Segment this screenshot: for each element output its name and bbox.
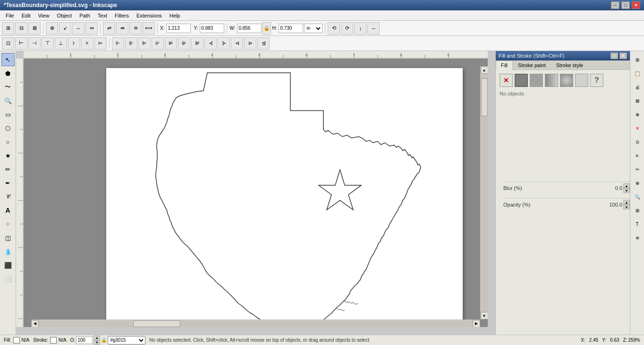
- transform-btn-3[interactable]: ↕: [354, 22, 366, 34]
- scroll-up-arrow[interactable]: ▲: [481, 66, 488, 74]
- menu-text[interactable]: Text: [94, 12, 111, 19]
- scroll-left-arrow[interactable]: ◀: [31, 320, 39, 328]
- paint-flat-btn[interactable]: [515, 74, 528, 87]
- far-right-btn-5[interactable]: ⊕: [631, 108, 644, 121]
- opacity-down-btn[interactable]: ▼: [623, 205, 630, 209]
- transform-btn-4[interactable]: ↔: [367, 22, 380, 34]
- close-button[interactable]: ✕: [632, 1, 640, 9]
- minimize-button[interactable]: ─: [611, 1, 619, 9]
- scroll-thumb-horizontal[interactable]: [133, 320, 180, 327]
- canvas-container[interactable]: 1 2 3 4 5 6 7 8 9: [16, 51, 495, 335]
- scroll-track-vertical[interactable]: [481, 74, 488, 312]
- menu-help[interactable]: Help: [166, 12, 184, 19]
- menu-file[interactable]: File: [2, 12, 18, 19]
- far-right-btn-6[interactable]: ✕: [631, 121, 644, 135]
- rect-tool-btn[interactable]: ▭: [1, 108, 15, 121]
- scroll-right-arrow[interactable]: ▶: [473, 320, 480, 328]
- tb2-btn-17[interactable]: ⊱: [218, 37, 230, 50]
- tb2-btn-12[interactable]: ⊬: [152, 37, 164, 50]
- tweak-tool-btn[interactable]: 〜: [1, 80, 15, 94]
- tb2-btn-8[interactable]: ⊨: [94, 37, 107, 50]
- tb2-btn-2[interactable]: ⊢: [15, 37, 27, 50]
- pencil-tool-btn[interactable]: ✏: [1, 163, 15, 176]
- paint-radial-btn[interactable]: [560, 74, 573, 87]
- snap-btn-8[interactable]: ⇌: [103, 22, 115, 34]
- snap-btn-3[interactable]: ⊠: [28, 22, 41, 34]
- paint-flat2-btn[interactable]: [530, 74, 543, 87]
- transform-btn-1[interactable]: ⟲: [328, 22, 340, 34]
- maximize-button[interactable]: □: [621, 1, 630, 9]
- tab-stroke-style[interactable]: Stroke style: [551, 60, 588, 69]
- blur-up-btn[interactable]: ▲: [623, 183, 630, 188]
- tb2-btn-14[interactable]: ⊮: [178, 37, 190, 50]
- tab-stroke-paint[interactable]: Stroke paint: [513, 60, 551, 69]
- status-opacity-down[interactable]: ▼: [93, 340, 100, 345]
- tb2-btn-5[interactable]: ⊥: [55, 37, 67, 50]
- far-right-btn-4[interactable]: ⊠: [631, 94, 644, 107]
- paint-pattern-btn[interactable]: [575, 74, 588, 87]
- lock-ratio-btn[interactable]: 🔒: [263, 22, 271, 34]
- tb2-btn-13[interactable]: ⊭: [165, 37, 177, 50]
- paint-none-btn[interactable]: ✕: [500, 74, 513, 87]
- tb2-btn-20[interactable]: ⊴: [257, 37, 270, 50]
- tb2-btn-16[interactable]: ⊰: [204, 37, 217, 50]
- opacity-up-btn[interactable]: ▲: [623, 200, 630, 205]
- far-right-btn-12[interactable]: ⊞: [631, 204, 644, 217]
- scroll-down-arrow[interactable]: ▼: [481, 312, 488, 319]
- star-tool-btn[interactable]: ★: [1, 149, 15, 162]
- unit-select[interactable]: in px mm cm pt: [304, 24, 322, 33]
- far-right-btn-1[interactable]: ⊞: [631, 53, 644, 66]
- far-right-btn-11[interactable]: 🔍: [631, 190, 644, 203]
- far-right-btn-8[interactable]: ≡: [631, 149, 644, 162]
- snap-btn-7[interactable]: ⇔: [85, 22, 98, 34]
- tb2-btn-9[interactable]: ⊩: [112, 37, 124, 50]
- menu-extensions[interactable]: Extensions: [133, 12, 166, 19]
- scroll-track-horizontal[interactable]: [39, 320, 473, 327]
- paint-tool-btn[interactable]: ⬛: [1, 259, 15, 272]
- tb2-btn-4[interactable]: ⊤: [42, 37, 54, 50]
- spray-tool-btn[interactable]: ⁘: [1, 217, 15, 231]
- snap-btn-1[interactable]: ⊞: [2, 22, 14, 34]
- ellipse-tool-btn[interactable]: ○: [1, 135, 15, 148]
- node-tool-btn[interactable]: ⬟: [1, 67, 15, 80]
- panel-close-btn[interactable]: ✕: [619, 52, 627, 59]
- tb2-btn-18[interactable]: ⊲: [231, 37, 243, 50]
- selector-tool-btn[interactable]: ↖: [1, 53, 15, 66]
- far-right-btn-9[interactable]: ✂: [631, 163, 644, 176]
- text-tool-btn[interactable]: A: [1, 204, 15, 217]
- callig-tool-btn[interactable]: 𝒞: [1, 190, 15, 203]
- transform-btn-2[interactable]: ⟳: [341, 22, 353, 34]
- far-right-btn-13[interactable]: T: [631, 217, 644, 231]
- tb2-btn-3[interactable]: ⊣: [28, 37, 41, 50]
- snap-btn-2[interactable]: ⊟: [15, 22, 27, 34]
- tb2-btn-11[interactable]: ⊫: [138, 37, 151, 50]
- snap-btn-4[interactable]: ⊕: [46, 22, 58, 34]
- far-right-btn-14[interactable]: ≋: [631, 231, 644, 244]
- paint-unknown-btn[interactable]: ?: [590, 74, 603, 87]
- tb2-btn-15[interactable]: ⊯: [191, 37, 203, 50]
- snap-btn-10[interactable]: ≋: [129, 22, 142, 34]
- y-input[interactable]: [200, 24, 224, 33]
- x-input[interactable]: [166, 24, 191, 33]
- tb2-btn-19[interactable]: ⊳: [244, 37, 256, 50]
- menu-view[interactable]: View: [34, 12, 53, 19]
- tb2-btn-10[interactable]: ⊪: [125, 37, 137, 50]
- pen-tool-btn[interactable]: ✒: [1, 176, 15, 190]
- tab-fill[interactable]: Fill: [496, 60, 513, 70]
- far-right-btn-7[interactable]: ⊙: [631, 135, 644, 148]
- zoom-tool-btn[interactable]: 🔍: [1, 94, 15, 107]
- gradient-tool-btn[interactable]: ◫: [1, 231, 15, 244]
- snap-btn-9[interactable]: ⇎: [116, 22, 128, 34]
- paint-linear-btn[interactable]: [545, 74, 558, 87]
- menu-filters[interactable]: Filters: [111, 12, 133, 19]
- panel-minimize-btn[interactable]: ─: [610, 52, 618, 59]
- color-mode-select[interactable]: #g3015 RGB HSL CMYK: [108, 336, 145, 345]
- h-input[interactable]: [279, 24, 303, 33]
- eraser-tool-btn[interactable]: ⬜: [1, 272, 15, 285]
- far-right-btn-2[interactable]: 📋: [631, 67, 644, 80]
- dropper-tool-btn[interactable]: 💧: [1, 245, 15, 258]
- snap-btn-11[interactable]: ⟺: [143, 22, 155, 34]
- canvas-area[interactable]: ▲ ▼ ◀ ▶: [24, 59, 488, 327]
- horizontal-scrollbar[interactable]: ◀ ▶: [31, 319, 480, 327]
- scroll-thumb-vertical[interactable]: [481, 78, 488, 116]
